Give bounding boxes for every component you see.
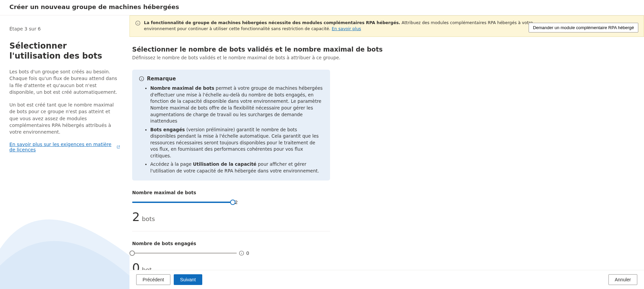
note-item-2: Bots engagés (version préliminaire) gara… (150, 127, 323, 159)
max-bots-display: 2bots (132, 210, 330, 224)
info-icon[interactable] (239, 250, 244, 256)
page-title-bar: Créer un nouveau groupe de machines hébe… (0, 0, 644, 15)
field-engaged-bots: Nombre de bots engagés 0 (132, 241, 330, 275)
separator (132, 231, 330, 231)
decorative-wave (0, 189, 129, 289)
note-item-1: Nombre maximal de bots permet à votre gr… (150, 85, 323, 124)
sidebar-paragraph-1: Les bots d'un groupe sont créés au besoi… (9, 68, 120, 95)
engaged-bots-slider-value: 0 (246, 250, 249, 256)
section-heading: Sélectionner le nombre de bots validés e… (132, 46, 465, 53)
max-bots-label: Nombre maximal de bots (132, 190, 330, 195)
external-link-icon (117, 145, 120, 149)
cancel-button[interactable]: Annuler (608, 274, 637, 285)
section-sub: Définissez le nombre de bots validés et … (132, 55, 465, 60)
banner-strong: La fonctionnalité de groupe de machines … (144, 20, 400, 25)
engaged-bots-label: Nombre de bots engagés (132, 241, 330, 246)
field-max-bots: Nombre maximal de bots 2 2bots (132, 190, 330, 224)
footer-bar: Précédent Suivant Annuler (129, 270, 644, 289)
info-icon (139, 76, 144, 81)
request-addon-button[interactable]: Demander un module complémentaire RPA hé… (529, 23, 638, 32)
engaged-bots-slider[interactable] (132, 250, 237, 256)
note-title: Remarque (147, 76, 176, 82)
info-icon (135, 20, 141, 26)
previous-button[interactable]: Précédent (136, 274, 170, 285)
sidebar-learn-more-label: En savoir plus sur les exigences en mati… (9, 142, 115, 152)
warning-banner: La fonctionnalité de groupe de machines … (129, 15, 644, 37)
sidebar: Étape 3 sur 6 Sélectionner l'utilisation… (0, 15, 129, 289)
sidebar-title: Sélectionner l'utilisation des bots (9, 41, 120, 61)
next-button[interactable]: Suivant (174, 274, 202, 285)
sidebar-paragraph-2: Un bot est créé tant que le nombre maxim… (9, 101, 120, 135)
max-bots-slider[interactable] (132, 199, 233, 205)
main-pane: La fonctionnalité de groupe de machines … (129, 15, 644, 289)
page-title: Créer un nouveau groupe de machines hébe… (9, 3, 179, 10)
sidebar-learn-more-link[interactable]: En savoir plus sur les exigences en mati… (9, 142, 120, 152)
banner-learn-more-link[interactable]: En savoir plus (332, 26, 361, 31)
main-scroll[interactable]: Sélectionner le nombre de bots validés e… (129, 37, 644, 289)
note-box: Remarque Nombre maximal de bots permet à… (132, 70, 330, 180)
note-item-3: Accédez à la page Utilisation de la capa… (150, 161, 323, 174)
step-indicator: Étape 3 sur 6 (9, 26, 120, 31)
